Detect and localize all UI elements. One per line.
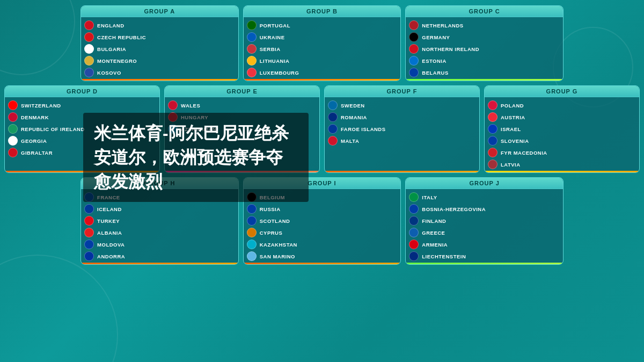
country-name: FYR MACEDONIA <box>501 150 547 156</box>
country-name: SWITZERLAND <box>21 103 61 108</box>
group-countries-c: NETHERLANDSGERMANYNORTHERN IRELANDESTONI… <box>406 17 563 81</box>
country-name: ESTONIA <box>422 58 447 64</box>
group-title-g: GROUP G <box>485 86 639 97</box>
flag-icon <box>488 160 497 169</box>
country-item: ALBANIA <box>84 227 235 238</box>
country-name: KAZAKHSTAN <box>260 242 297 248</box>
group-card-j: GROUP JITALYBOSNIA-HERZEGOVINAFINLANDGRE… <box>405 177 564 265</box>
country-name: MOLDOVA <box>97 242 125 248</box>
flag-icon <box>328 100 338 110</box>
country-item: MOLDOVA <box>84 238 235 250</box>
flag-icon <box>488 100 497 110</box>
country-name: ICELAND <box>97 206 122 212</box>
country-name: ANDORRA <box>97 254 125 259</box>
country-name: ARMENIA <box>422 242 448 248</box>
country-item: BELARUS <box>409 67 560 78</box>
country-item: FINLAND <box>409 215 560 227</box>
group-card-c: GROUP CNETHERLANDSGERMANYNORTHERN IRELAN… <box>405 5 564 81</box>
flag-icon <box>8 112 18 122</box>
overlay-text: 米兰体育-阿尔巴尼亚绝杀安道尔，欧洲预选赛争夺愈发激烈 <box>83 113 309 202</box>
country-item: ESTONIA <box>409 55 560 67</box>
country-name: WALES <box>181 103 200 108</box>
country-name: FAROE ISLANDS <box>341 126 386 132</box>
flag-icon <box>247 240 257 249</box>
flag-icon <box>488 112 497 122</box>
country-name: SLOVENIA <box>501 138 529 144</box>
country-name: GIBRALTAR <box>21 150 53 156</box>
flag-icon <box>168 100 178 110</box>
country-name: GEORGIA <box>21 138 47 144</box>
country-item: ISRAEL <box>488 123 636 135</box>
flag-icon <box>247 32 257 42</box>
country-name: FINLAND <box>422 218 446 224</box>
flag-icon <box>84 32 94 42</box>
country-name: KOSOVO <box>97 70 121 76</box>
flag-icon <box>409 228 419 237</box>
country-name: BULGARIA <box>97 46 126 52</box>
flag-icon <box>247 228 257 237</box>
country-name: LITHUANIA <box>260 58 290 64</box>
group-card-b: GROUP BPORTUGALUKRAINESERBIALITHUANIALUX… <box>243 5 401 81</box>
country-name: RUSSIA <box>260 206 281 212</box>
country-name: SWEDEN <box>341 103 365 108</box>
country-name: ROMANIA <box>341 114 367 120</box>
country-item: GREECE <box>409 227 560 238</box>
country-name: DENMARK <box>21 114 49 120</box>
country-name: POLAND <box>501 103 524 108</box>
country-item: RUSSIA <box>247 203 398 215</box>
flag-icon <box>409 240 419 249</box>
country-item: LITHUANIA <box>247 55 398 67</box>
flag-icon <box>488 136 497 146</box>
country-name: MALTA <box>341 138 359 144</box>
country-item: NORTHERN IRELAND <box>409 43 560 55</box>
country-name: ALBANIA <box>97 230 122 236</box>
country-name: BELARUS <box>422 70 448 76</box>
flag-icon <box>409 251 419 261</box>
flag-icon <box>84 228 94 237</box>
country-item: KOSOVO <box>84 67 235 78</box>
group-title-e: GROUP E <box>165 86 319 97</box>
country-name: LIECHTENSTEIN <box>422 254 466 259</box>
flag-icon <box>247 204 257 214</box>
flag-icon <box>8 100 18 110</box>
flag-icon <box>84 20 94 30</box>
flag-icon <box>84 240 94 249</box>
country-item: ROMANIA <box>328 111 476 123</box>
country-name: CZECH REPUBLIC <box>97 34 146 40</box>
flag-icon <box>247 44 257 54</box>
country-name: UKRAINE <box>260 34 285 40</box>
country-name: AUSTRIA <box>501 114 525 120</box>
group-card-a: GROUP AENGLANDCZECH REPUBLICBULGARIAMONT… <box>80 5 239 81</box>
country-item: SWEDEN <box>328 99 476 111</box>
group-countries-a: ENGLANDCZECH REPUBLICBULGARIAMONTENEGROK… <box>81 17 238 81</box>
group-title-j: GROUP J <box>406 178 563 189</box>
group-title-f: GROUP F <box>325 86 479 97</box>
group-countries-b: PORTUGALUKRAINESERBIALITHUANIALUXEMBOURG <box>244 17 401 81</box>
flag-icon <box>84 204 94 214</box>
group-countries-f: SWEDENROMANIAFAROE ISLANDSMALTA <box>325 97 479 149</box>
country-name: GREECE <box>422 230 445 236</box>
country-name: CYPRUS <box>260 230 283 236</box>
country-item: SERBIA <box>247 43 398 55</box>
country-name: NETHERLANDS <box>422 23 463 28</box>
country-name: BOSNIA-HERZEGOVINA <box>422 206 486 212</box>
group-card-f: GROUP FSWEDENROMANIAFAROE ISLANDSMALTA <box>324 85 480 173</box>
country-item: ENGLAND <box>84 19 235 31</box>
flag-icon <box>247 251 257 261</box>
country-item: FYR MACEDONIA <box>488 147 636 158</box>
country-item: ARMENIA <box>409 238 560 250</box>
flag-icon <box>488 148 497 157</box>
flag-icon <box>409 56 419 66</box>
country-item: WALES <box>168 99 316 111</box>
country-item: SAN MARINO <box>247 250 398 262</box>
flag-icon <box>328 136 338 146</box>
flag-icon <box>84 56 94 66</box>
flag-icon <box>247 56 257 66</box>
country-name: ISRAEL <box>501 126 521 132</box>
flag-icon <box>328 124 338 134</box>
group-countries-j: ITALYBOSNIA-HERZEGOVINAFINLANDGREECEARME… <box>406 189 563 264</box>
flag-icon <box>84 44 94 54</box>
country-item: SLOVENIA <box>488 135 636 147</box>
country-name: SAN MARINO <box>260 254 295 259</box>
country-item: UKRAINE <box>247 31 398 43</box>
